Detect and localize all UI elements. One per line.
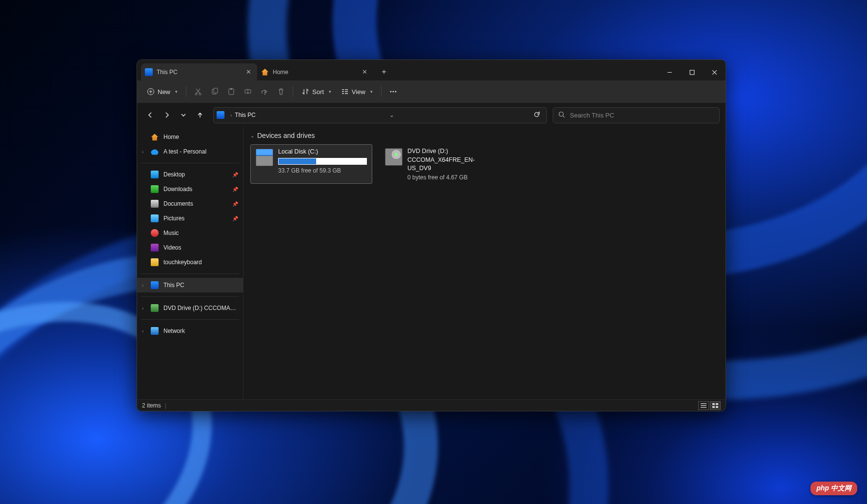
view-button[interactable]: View ▾ xyxy=(336,84,378,99)
cut-button[interactable] xyxy=(190,84,206,99)
sidebar-item-label: Music xyxy=(163,230,179,236)
search-box[interactable] xyxy=(553,107,720,123)
copy-button[interactable] xyxy=(206,84,223,99)
documents-icon xyxy=(151,200,159,208)
sidebar-item-touchkeyboard[interactable]: touchkeyboard xyxy=(137,255,243,270)
rename-icon xyxy=(244,88,252,96)
new-button[interactable]: New ▾ xyxy=(142,84,182,99)
sidebar-item-videos[interactable]: Videos xyxy=(137,240,243,255)
svg-rect-13 xyxy=(712,403,715,405)
breadcrumb[interactable]: › This PC ⌄ xyxy=(213,107,547,123)
maximize-button[interactable] xyxy=(681,64,703,80)
search-input[interactable] xyxy=(570,112,714,119)
sidebar-item-pictures[interactable]: Pictures 📌 xyxy=(137,211,243,226)
more-button[interactable] xyxy=(385,84,402,99)
watermark: php 中文网 xyxy=(810,482,857,495)
svg-point-9 xyxy=(390,91,391,93)
view-details-button[interactable] xyxy=(698,401,709,410)
window-caption-buttons xyxy=(658,64,726,80)
close-tab-icon[interactable]: ✕ xyxy=(243,67,253,77)
sidebar-item-label: Documents xyxy=(163,200,193,207)
tab-this-pc[interactable]: This PC ✕ xyxy=(141,63,257,80)
breadcrumb-dropdown-icon[interactable]: ⌄ xyxy=(386,112,398,118)
chevron-down-icon: ▾ xyxy=(175,89,178,94)
desktop-icon xyxy=(151,171,159,178)
content-area[interactable]: ⌄ Devices and drives Local Disk (C:) 33.… xyxy=(243,127,726,399)
sidebar-item-label: Desktop xyxy=(163,171,185,178)
new-tab-button[interactable]: ＋ xyxy=(376,64,392,79)
chevron-right-icon[interactable]: › xyxy=(142,306,147,311)
sidebar-item-dvd-drive[interactable]: › DVD Drive (D:) CCCOMA_X64FRE_EN-US_DV9 xyxy=(137,301,243,315)
sidebar-item-music[interactable]: Music xyxy=(137,226,243,240)
sidebar-item-label: Home xyxy=(163,134,179,140)
breadcrumb-location[interactable]: This PC xyxy=(235,112,256,118)
drive-name: Local Disk (C:) xyxy=(278,148,367,156)
search-icon xyxy=(558,111,565,119)
address-bar-row: › This PC ⌄ xyxy=(137,103,726,127)
chevron-right-icon[interactable]: › xyxy=(142,283,147,288)
sidebar-item-label: DVD Drive (D:) CCCOMA_X64FRE_EN-US_DV9 xyxy=(163,305,238,311)
sort-button[interactable]: Sort ▾ xyxy=(297,84,336,99)
tab-home[interactable]: Home ✕ xyxy=(257,63,373,80)
nav-back-button[interactable] xyxy=(143,108,158,122)
titlebar[interactable]: This PC ✕ Home ✕ ＋ xyxy=(137,60,726,80)
group-header-devices[interactable]: ⌄ Devices and drives xyxy=(250,132,719,139)
pin-icon: 📌 xyxy=(232,216,238,221)
view-icon xyxy=(341,88,349,96)
sidebar-item-desktop[interactable]: Desktop 📌 xyxy=(137,167,243,182)
view-tiles-button[interactable] xyxy=(710,401,721,410)
chevron-right-icon[interactable]: › xyxy=(142,149,147,155)
sidebar-item-network[interactable]: › Network xyxy=(137,324,243,338)
drive-item-local-disk-c[interactable]: Local Disk (C:) 33.7 GB free of 59.3 GB xyxy=(250,144,372,184)
sidebar[interactable]: Home › A test - Personal Desktop 📌 Downl… xyxy=(137,127,243,399)
paste-button[interactable] xyxy=(223,84,240,99)
sidebar-item-label: Videos xyxy=(163,244,181,251)
status-bar: 2 items | xyxy=(137,399,726,411)
refresh-button[interactable] xyxy=(530,111,544,119)
sidebar-item-home[interactable]: Home xyxy=(137,130,243,144)
drive-usage-bar xyxy=(278,158,367,165)
delete-button[interactable] xyxy=(273,84,289,99)
svg-rect-14 xyxy=(716,403,718,405)
svg-point-12 xyxy=(559,112,564,116)
sidebar-item-label: Downloads xyxy=(163,186,192,193)
sidebar-item-label: Network xyxy=(163,328,185,334)
drive-item-dvd-d[interactable]: DVD Drive (D:) CCCOMA_X64FRE_EN-US_DV9 0… xyxy=(380,144,502,184)
nav-up-button[interactable] xyxy=(193,108,207,122)
drive-list: Local Disk (C:) 33.7 GB free of 59.3 GB … xyxy=(250,144,719,184)
drive-usage-text: 0 bytes free of 4.67 GB xyxy=(407,174,497,181)
tab-strip: This PC ✕ Home ✕ xyxy=(137,63,373,80)
downloads-icon xyxy=(151,185,159,193)
sidebar-item-label: A test - Personal xyxy=(163,148,206,155)
share-button[interactable] xyxy=(256,84,273,99)
hdd-icon xyxy=(256,149,273,166)
thispc-icon xyxy=(217,111,224,119)
sidebar-item-onedrive[interactable]: › A test - Personal xyxy=(137,144,243,159)
chevron-down-icon: ▾ xyxy=(329,89,331,94)
svg-point-10 xyxy=(392,91,394,93)
chevron-right-icon[interactable]: › xyxy=(142,329,147,334)
paste-icon xyxy=(227,88,235,96)
close-tab-icon[interactable]: ✕ xyxy=(360,67,369,77)
sidebar-item-documents[interactable]: Documents 📌 xyxy=(137,196,243,211)
view-button-label: View xyxy=(352,88,365,96)
chevron-down-icon: ▾ xyxy=(370,89,373,94)
svg-rect-7 xyxy=(230,88,232,90)
sidebar-item-label: This PC xyxy=(163,282,184,289)
rename-button[interactable] xyxy=(240,84,256,99)
sidebar-item-downloads[interactable]: Downloads 📌 xyxy=(137,182,243,196)
sidebar-item-label: touchkeyboard xyxy=(163,259,202,266)
svg-rect-15 xyxy=(712,406,715,408)
new-button-label: New xyxy=(158,88,170,96)
svg-rect-5 xyxy=(214,88,218,93)
plus-circle-icon xyxy=(147,88,155,96)
videos-icon xyxy=(151,244,159,252)
close-window-button[interactable] xyxy=(703,64,726,80)
dvd-drive-icon xyxy=(385,148,403,166)
minimize-button[interactable] xyxy=(658,64,681,80)
chevron-right-icon: › xyxy=(230,113,232,118)
sidebar-item-this-pc[interactable]: › This PC xyxy=(137,278,243,292)
nav-forward-button[interactable] xyxy=(160,108,174,122)
nav-recent-button[interactable] xyxy=(176,108,191,122)
svg-rect-16 xyxy=(716,406,718,408)
